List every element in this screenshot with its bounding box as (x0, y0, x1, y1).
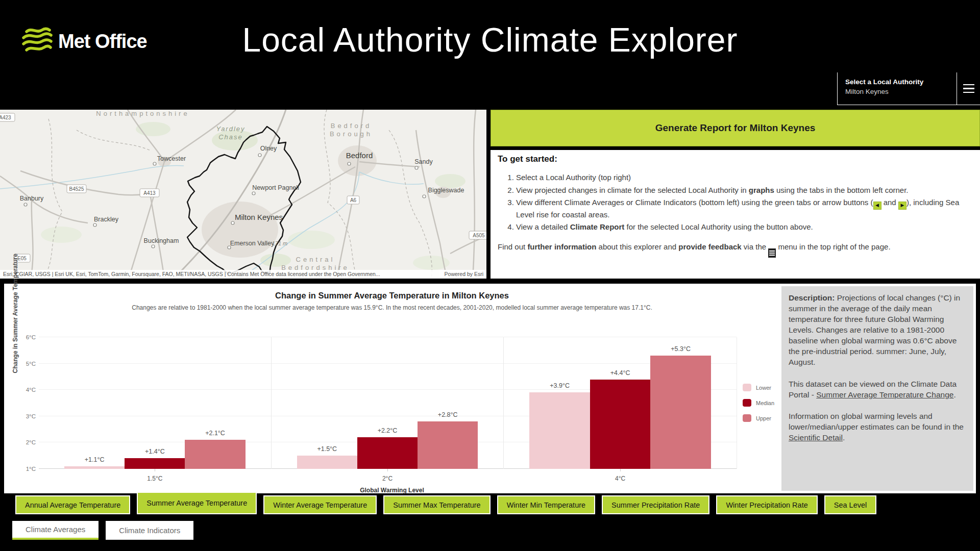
y-axis-label: Change in Summer Average Temperature (12, 254, 19, 373)
place-marker (231, 221, 234, 224)
median-bar (357, 437, 418, 469)
variable-tab-summer-average-temperature[interactable]: Summer Average Temperature (137, 492, 257, 514)
text-run: Projections of local changes (°C) in sum… (789, 293, 960, 366)
map-label-brackley: Brackley (94, 216, 119, 223)
bar-value-label: +3.9°C (550, 382, 570, 389)
map-panel[interactable]: NorthamptonshireYardleyChaseBedfordBorou… (0, 110, 486, 279)
bar-value-label: +1.5°C (317, 445, 337, 453)
chart-title: Change in Summer Average Temperature in … (4, 291, 780, 300)
map-label-central-bedfordshire: CentralBedfordshire (281, 256, 350, 271)
map-label-biggleswade: Biggleswade (428, 187, 464, 194)
right-arrow-button[interactable]: ▶ (898, 202, 906, 210)
x-tick (155, 469, 155, 471)
chart-section: Change in Summer Average Temperature in … (4, 284, 976, 493)
generate-report-button[interactable]: Generate Report for Milton Keynes (491, 110, 980, 146)
bar-group-1.5°C: +1.1°C+1.4°C+2.1°C1.5°C (39, 337, 272, 469)
bar-value-label: +2.8°C (438, 411, 458, 418)
chart-subtitle: Changes are relative to 1981-2000 when t… (4, 304, 780, 311)
description-paragraph-1: Description: Projections of local change… (789, 292, 966, 368)
instructions-footer: Find out further information about this … (498, 242, 973, 258)
local-authority-selector[interactable]: Select a Local Authority Milton Keynes (837, 72, 980, 105)
lower-bar (529, 392, 590, 469)
x-tick-label: 4°C (615, 475, 625, 482)
bar-chart-plot: Change in Summer Average Temperature 1°C… (39, 337, 737, 469)
text-run: Select a Local Authority (top right) (516, 173, 631, 182)
lower-bar (297, 456, 357, 469)
y-tick-label: 4°C (18, 387, 36, 393)
hamburger-menu-icon[interactable] (957, 72, 980, 105)
place-marker (423, 195, 426, 198)
description-paragraph-3: Information on global warming levels and… (789, 411, 966, 443)
y-tick-label: 1°C (18, 466, 36, 472)
place-marker (152, 245, 155, 248)
map-label-northamptonshire: Northamptonshire (96, 110, 189, 117)
map-canvas[interactable]: NorthamptonshireYardleyChaseBedfordBorou… (0, 110, 486, 279)
x-tick (387, 469, 388, 471)
text-run: using the tabs in the bottom left corner… (774, 186, 909, 194)
text-run: via the (742, 242, 769, 251)
text-run: View projected changes in climate for th… (516, 186, 749, 194)
category-tab-climate-indicators[interactable]: Climate Indicators (106, 521, 193, 540)
map-label-sandy: Sandy (414, 158, 433, 165)
lower-bar (64, 466, 125, 469)
text-run: . (843, 433, 845, 442)
description-link[interactable]: Summer Average Temperature Change (816, 390, 953, 399)
median-bar (590, 380, 650, 469)
legend-label: Lower (756, 385, 771, 391)
map-label-towcester: Towcester (157, 155, 186, 162)
variable-tab-summer-precipitation-rate[interactable]: Summer Precipitation Rate (602, 495, 709, 514)
variable-tab-sea-level[interactable]: Sea Level (824, 495, 877, 514)
median-bar (125, 458, 185, 469)
variable-tab-summer-max-temperature[interactable]: Summer Max Temperature (383, 495, 490, 514)
instruction-step-2: View projected changes in climate for th… (516, 185, 973, 195)
variable-tab-winter-average-temperature[interactable]: Winter Average Temperature (263, 495, 377, 514)
instruction-step-1: Select a Local Authority (top right) (516, 172, 973, 183)
legend-item-upper: Upper (743, 414, 774, 422)
text-run: menu in the top right of the page. (776, 242, 890, 251)
legend-item-median: Median (743, 399, 774, 407)
getting-started-panel: Generate Report for Milton Keynes To get… (491, 110, 980, 279)
authority-selector-value: Milton Keynes (845, 88, 957, 95)
map-label-olney: Olney (260, 145, 277, 152)
map-label-yardley-chase: YardleyChase (216, 125, 245, 141)
text-run: View different Climate Averages or Clima… (516, 198, 873, 207)
x-tick-label: 2°C (382, 475, 393, 482)
menu-icon (768, 248, 776, 258)
text-run: further information (527, 242, 596, 251)
text-run: graphs (749, 186, 774, 194)
category-tab-climate-averages[interactable]: Climate Averages (12, 521, 99, 540)
bar-value-label: +2.2°C (378, 427, 398, 434)
place-marker (93, 223, 96, 227)
legend-label: Median (756, 400, 774, 406)
upper-bar (650, 356, 710, 469)
category-tabs: Climate AveragesClimate Indicators (12, 521, 193, 540)
text-run: Description: (789, 293, 837, 302)
variable-tab-winter-min-temperature[interactable]: Winter Min Temperature (497, 495, 595, 514)
text-run: Information on global warming levels and… (789, 412, 964, 431)
left-arrow-button[interactable]: ◀ (873, 202, 881, 210)
text-run: . (953, 390, 955, 399)
variable-tab-annual-average-temperature[interactable]: Annual Average Temperature (15, 495, 130, 514)
road-shield-label-a423: A423 (0, 115, 11, 120)
bar-value-label: +1.4°C (145, 448, 165, 455)
y-tick-label: 5°C (18, 361, 36, 367)
instructions-box: To get started: Select a Local Authority… (491, 150, 980, 279)
map-label-bedford: Bedford (346, 151, 373, 160)
place-marker (348, 162, 351, 165)
text-run: and (881, 198, 898, 207)
road-shield-label-b4525: B4525 (69, 186, 84, 192)
chart-legend: LowerMedianUpper (743, 384, 774, 422)
map-attribution: Esri, CGIAR, USGS | Esri UK, Esri, TomTo… (0, 270, 486, 279)
description-link[interactable]: Scientific Detail (789, 433, 843, 442)
place-marker (415, 166, 418, 169)
legend-swatch (743, 399, 751, 407)
bar-value-label: +2.1°C (205, 430, 225, 437)
y-tick-label: 6°C (18, 334, 36, 340)
road-shield-label-a505: A505 (473, 233, 485, 238)
upper-bar (418, 421, 478, 469)
text-run: View a detailed (516, 222, 570, 231)
map-label-bedford-borough: BedfordBorough (330, 122, 373, 138)
place-marker (24, 203, 27, 206)
variable-tab-winter-precipitation-rate[interactable]: Winter Precipitation Rate (716, 495, 817, 514)
text-run: provide feedback (678, 242, 741, 251)
